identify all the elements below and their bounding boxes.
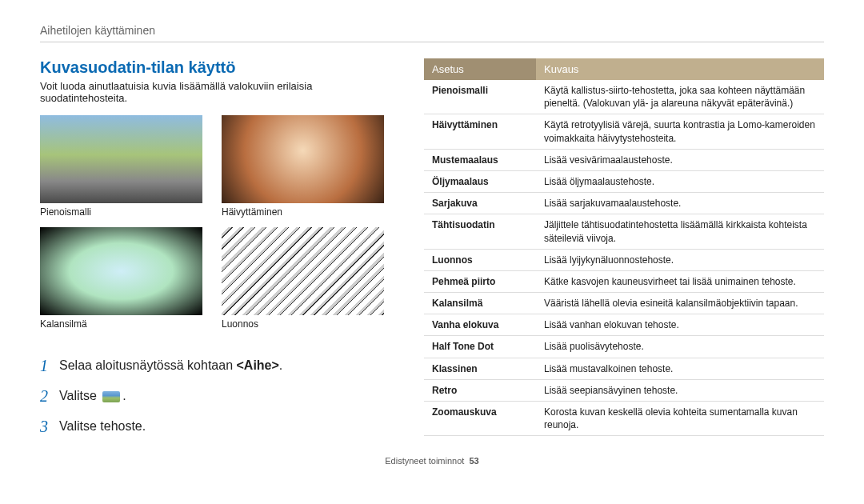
page-footer: Edistyneet toiminnot 53 [40,456,824,466]
setting-name: Kalansilmä [424,293,536,314]
table-row: KalansilmäVääristä lähellä olevia esinei… [424,293,824,314]
settings-table: Asetus Kuvaus PienoismalliKäytä kallistu… [424,58,824,436]
setting-name: Luonnos [424,249,536,270]
thumbnail-grid: Pienoismalli Häivyttäminen Kalansilmä Lu… [40,115,384,330]
thumb-label: Kalansilmä [40,318,202,330]
setting-name: Half Tone Dot [424,336,536,358]
step-text: Selaa aloitusnäytössä kohtaan [59,358,236,372]
setting-desc: Kätke kasvojen kauneusvirheet tai lisää … [536,270,824,292]
step-text: . [122,389,126,402]
thumb-image [222,115,384,203]
left-column: Kuvasuodatin-tilan käyttö Voit luoda ain… [40,58,384,442]
thumb-luonnos: Luonnos [222,227,384,330]
table-row: RetroLisää seepiansävyinen tehoste. [424,379,824,401]
setting-desc: Käytä kallistus-siirto-tehostetta, joka … [536,80,824,114]
table-row: Pehmeä piirtoKätke kasvojen kauneusvirhe… [424,270,824,292]
setting-desc: Lisää mustavalkoinen tehoste. [536,358,824,379]
footer-book: Edistyneet toiminnot [385,456,464,466]
setting-desc: Lisää vanhan elokuvan tehoste. [536,314,824,336]
step-2: Valitse . [40,381,384,411]
table-row: MustemaalausLisää vesivärimaalaustehoste… [424,149,824,170]
step-text: Valitse [59,389,100,402]
setting-desc: Lisää seepiansävyinen tehoste. [536,379,824,401]
thumb-image [40,115,202,203]
setting-desc: Lisää vesivärimaalaustehoste. [536,149,824,170]
setting-name: Zoomauskuva [424,402,536,436]
setting-name: Pienoismalli [424,80,536,114]
thumb-pienoismalli: Pienoismalli [40,115,202,218]
step-3: Valitse tehoste. [40,411,384,442]
section-header: Aihetilojen käyttäminen [40,24,824,42]
setting-desc: Lisää sarjakuvamaalaustehoste. [536,193,824,214]
setting-desc: Lisää puolisävytehoste. [536,336,824,358]
thumb-label: Pienoismalli [40,206,202,218]
step-bold: <Aihe> [236,358,278,372]
setting-desc: Lisää lyijykynäluonnostehoste. [536,249,824,270]
setting-desc: Käytä retrotyylisiä värejä, suurta kontr… [536,114,824,149]
setting-desc: Vääristä lähellä olevia esineitä kalansi… [536,293,824,314]
thumb-kalansilma: Kalansilmä [40,227,202,330]
setting-desc: Korosta kuvan keskellä olevia kohteita s… [536,402,824,436]
setting-name: Sarjakuva [424,193,536,214]
table-row: PienoismalliKäytä kallistus-siirto-tehos… [424,80,824,114]
setting-name: Häivyttäminen [424,114,536,149]
table-header-asetus: Asetus [424,58,536,80]
table-row: TähtisuodatinJäljittele tähtisuodatinteh… [424,214,824,249]
table-row: KlassinenLisää mustavalkoinen tehoste. [424,358,824,379]
step-text: . [279,358,282,372]
setting-name: Vanha elokuva [424,314,536,336]
thumb-image [40,227,202,315]
steps-list: Selaa aloitusnäytössä kohtaan <Aihe>. Va… [40,350,384,442]
thumb-haivyttaminen: Häivyttäminen [222,115,384,218]
right-column: Asetus Kuvaus PienoismalliKäytä kallistu… [424,58,824,442]
intro-text: Voit luoda ainutlaatuisia kuvia lisäämäl… [40,80,384,104]
table-row: HäivyttäminenKäytä retrotyylisiä värejä,… [424,114,824,149]
table-row: Vanha elokuvaLisää vanhan elokuvan tehos… [424,314,824,336]
setting-desc: Jäljittele tähtisuodatintehostetta lisää… [536,214,824,249]
thumb-label: Häivyttäminen [222,206,384,218]
table-row: ZoomauskuvaKorosta kuvan keskellä olevia… [424,402,824,436]
table-row: SarjakuvaLisää sarjakuvamaalaustehoste. [424,193,824,214]
setting-name: Öljymaalaus [424,170,536,192]
setting-name: Retro [424,379,536,401]
table-header-kuvaus: Kuvaus [536,58,824,80]
table-row: Half Tone DotLisää puolisävytehoste. [424,336,824,358]
thumb-label: Luonnos [222,318,384,330]
step-text: Valitse tehoste. [59,414,146,438]
thumb-image [222,227,384,315]
step-1: Selaa aloitusnäytössä kohtaan <Aihe>. [40,350,384,381]
setting-name: Klassinen [424,358,536,379]
footer-page: 53 [469,456,478,466]
setting-name: Pehmeä piirto [424,270,536,292]
table-row: LuonnosLisää lyijykynäluonnostehoste. [424,249,824,270]
table-row: ÖljymaalausLisää öljymaalaustehoste. [424,170,824,192]
page-title: Kuvasuodatin-tilan käyttö [40,58,384,77]
photo-filter-mode-icon [102,391,120,402]
setting-name: Mustemaalaus [424,149,536,170]
setting-desc: Lisää öljymaalaustehoste. [536,170,824,192]
setting-name: Tähtisuodatin [424,214,536,249]
